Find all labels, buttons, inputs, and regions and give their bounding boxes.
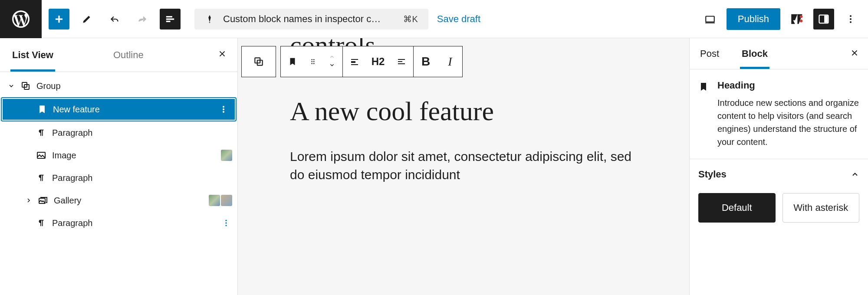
yoast-seo-button[interactable] <box>786 9 807 30</box>
tree-item-label: New feature <box>53 105 217 115</box>
drag-handle[interactable] <box>304 46 322 77</box>
tree-item-paragraph[interactable]: Paragraph <box>0 121 237 144</box>
svg-point-10 <box>223 106 224 108</box>
group-icon <box>19 79 32 92</box>
image-icon <box>35 149 48 162</box>
svg-point-22 <box>311 61 312 62</box>
svg-point-2 <box>800 19 803 22</box>
svg-point-5 <box>850 15 852 17</box>
close-inspector-button[interactable] <box>850 48 859 59</box>
align-button[interactable] <box>343 46 366 77</box>
block-title: Heading <box>717 80 859 91</box>
gallery-thumbnails <box>209 195 232 206</box>
settings-panel-toggle[interactable] <box>813 9 834 30</box>
svg-rect-0 <box>706 16 714 22</box>
document-title-bar[interactable]: Custom block names in inspector c… ⌘K <box>194 9 428 30</box>
svg-point-16 <box>225 222 227 223</box>
svg-rect-29 <box>398 59 405 60</box>
svg-point-11 <box>223 108 224 110</box>
close-list-view-button[interactable] <box>217 49 227 61</box>
tree-item-gallery[interactable]: Gallery <box>0 189 237 212</box>
save-draft-link[interactable]: Save draft <box>437 13 480 25</box>
paragraph-icon <box>35 216 48 229</box>
svg-point-24 <box>311 63 312 64</box>
block-inserter-button[interactable] <box>49 9 69 30</box>
svg-point-25 <box>313 63 315 64</box>
image-thumbnail <box>221 150 232 161</box>
chevron-down-icon[interactable] <box>3 82 19 89</box>
svg-point-1 <box>800 15 803 18</box>
tab-block[interactable]: Block <box>740 38 769 69</box>
tree-item-options-button[interactable] <box>220 219 232 227</box>
svg-rect-31 <box>398 63 405 64</box>
editor-topbar: Custom block names in inspector c… ⌘K Sa… <box>0 0 868 38</box>
tree-item-label: Paragraph <box>52 218 220 228</box>
editor-canvas[interactable]: controls A new cool feature Lorem ipsum … <box>238 38 689 295</box>
tree-item-group[interactable]: Group <box>0 75 237 97</box>
gallery-icon <box>36 194 49 207</box>
svg-point-15 <box>225 220 227 221</box>
block-tree: Group New feature Paragraph <box>0 72 237 234</box>
undo-button[interactable] <box>104 9 125 30</box>
chevron-right-icon[interactable] <box>21 197 36 204</box>
preview-button[interactable] <box>700 9 720 30</box>
publish-button[interactable]: Publish <box>727 8 780 30</box>
svg-point-20 <box>311 59 312 60</box>
redo-button[interactable] <box>132 9 153 30</box>
inspector-panel: Post Block Heading Introduce new section… <box>689 38 868 295</box>
bookmark-icon <box>36 103 49 116</box>
style-option-with-asterisk[interactable]: With asterisk <box>783 193 860 223</box>
tree-item-label: Paragraph <box>52 173 232 183</box>
list-view-panel: List View Outline Group <box>0 38 238 295</box>
command-shortcut: ⌘K <box>403 14 418 24</box>
document-title: Custom block names in inspector c… <box>223 13 403 25</box>
svg-rect-26 <box>351 59 358 60</box>
heading-level-button[interactable]: H2 <box>366 46 390 77</box>
tree-item-label: Paragraph <box>52 128 232 138</box>
block-toolbar: H2 B I <box>241 46 463 77</box>
paragraph-icon <box>35 171 48 184</box>
tree-item-image[interactable]: Image <box>0 144 237 167</box>
svg-point-12 <box>223 111 224 112</box>
heading-block[interactable]: A new cool feature <box>290 96 637 126</box>
tab-outline[interactable]: Outline <box>112 38 145 72</box>
tab-post[interactable]: Post <box>698 38 721 69</box>
tree-item-label: Gallery <box>54 196 209 206</box>
bold-button[interactable]: B <box>414 46 438 77</box>
block-description: Heading Introduce new sections and organ… <box>690 69 868 159</box>
tab-list-view[interactable]: List View <box>10 38 55 72</box>
svg-rect-27 <box>351 61 355 63</box>
wordpress-logo[interactable] <box>0 0 42 38</box>
block-desc-text: Introduce new sections and organize cont… <box>717 96 859 148</box>
style-option-default[interactable]: Default <box>698 193 776 223</box>
paragraph-icon <box>35 126 48 139</box>
document-overview-button[interactable] <box>160 9 181 30</box>
styles-panel-toggle[interactable]: Styles <box>698 169 859 180</box>
tree-item-heading-new-feature[interactable]: New feature <box>2 98 236 121</box>
tree-item-paragraph[interactable]: Paragraph <box>0 212 237 234</box>
select-parent-button[interactable] <box>242 46 276 77</box>
move-up-button[interactable] <box>328 54 336 61</box>
paragraph-block[interactable]: Lorem ipsum dolor sit amet, consectetur … <box>290 148 637 184</box>
svg-point-7 <box>850 21 852 23</box>
svg-rect-4 <box>824 15 828 22</box>
svg-rect-28 <box>351 64 358 65</box>
tree-item-label: Image <box>52 151 221 161</box>
more-options-button[interactable] <box>840 9 861 30</box>
edit-tool-button[interactable] <box>76 9 97 30</box>
tree-item-paragraph[interactable]: Paragraph <box>0 167 237 189</box>
block-type-button[interactable] <box>281 46 304 77</box>
italic-button[interactable]: I <box>438 46 462 77</box>
tree-item-options-button[interactable] <box>217 105 230 114</box>
svg-point-21 <box>313 59 315 60</box>
bookmark-icon <box>698 80 709 148</box>
move-down-button[interactable] <box>328 62 336 69</box>
svg-point-23 <box>313 61 315 62</box>
text-align-button[interactable] <box>390 46 413 77</box>
svg-point-6 <box>850 18 852 20</box>
svg-point-17 <box>225 225 227 226</box>
tree-item-label: Group <box>36 81 232 91</box>
svg-rect-30 <box>398 61 402 62</box>
